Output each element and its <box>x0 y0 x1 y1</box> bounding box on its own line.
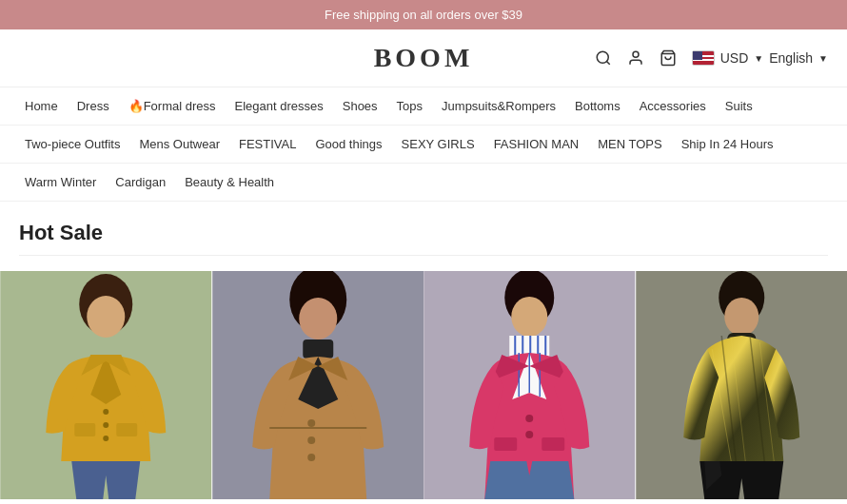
nav-item-mens-outwear[interactable]: Mens Outwear <box>129 133 229 155</box>
nav-item-bottoms[interactable]: Bottoms <box>565 95 630 117</box>
product-grid <box>0 271 847 499</box>
language-chevron-icon: ▼ <box>818 53 828 64</box>
nav-item-ship-24[interactable]: Ship In 24 Hours <box>672 133 783 155</box>
nav-item-accessories[interactable]: Accessories <box>630 95 716 117</box>
logo[interactable]: BOOM <box>374 43 474 73</box>
nav-item-two-piece[interactable]: Two-piece Outfits <box>15 133 129 155</box>
svg-point-16 <box>307 419 315 427</box>
nav-item-festival[interactable]: FESTIVAL <box>229 133 305 155</box>
currency-language-selector[interactable]: USD ▼ English ▼ <box>692 50 828 66</box>
svg-point-0 <box>597 51 608 63</box>
product-image-2 <box>212 271 424 499</box>
header-icons: USD ▼ English ▼ <box>595 49 828 67</box>
section-divider <box>19 255 828 256</box>
search-icon[interactable] <box>595 49 612 67</box>
svg-point-22 <box>511 297 547 337</box>
svg-point-7 <box>103 409 108 415</box>
nav-row-3: Warm Winter Cardigan Beauty & Health <box>0 164 847 202</box>
nav-item-jumpsuits[interactable]: Jumpsuits&Rompers <box>432 95 565 117</box>
nav-row-1: Home Dress 🔥Formal dress Elegant dresses… <box>0 87 847 126</box>
svg-point-2 <box>633 51 639 57</box>
svg-point-33 <box>525 431 533 438</box>
nav-item-tops[interactable]: Tops <box>387 95 432 117</box>
nav-item-dress[interactable]: Dress <box>68 95 119 117</box>
nav-item-formal-dress[interactable]: 🔥Formal dress <box>119 95 226 117</box>
announcement-text: Free shipping on all orders over $39 <box>325 8 522 22</box>
svg-rect-10 <box>74 423 95 436</box>
svg-point-32 <box>525 415 533 422</box>
product-card-1[interactable] <box>0 271 212 499</box>
product-card-4[interactable] <box>636 271 848 499</box>
currency-chevron-icon: ▼ <box>754 53 763 64</box>
svg-rect-35 <box>542 437 564 451</box>
language-label: English <box>769 50 813 66</box>
product-image-3 <box>424 271 636 499</box>
cart-icon[interactable] <box>660 49 677 67</box>
section-title: Hot Sale <box>0 202 847 255</box>
nav-item-elegant-dresses[interactable]: Elegant dresses <box>226 95 333 117</box>
nav-item-sexy-girls[interactable]: SEXY GIRLS <box>392 133 484 155</box>
nav-item-home[interactable]: Home <box>15 95 68 117</box>
product-card-2[interactable] <box>212 271 424 499</box>
nav-item-fashion-man[interactable]: FASHION MAN <box>484 133 589 155</box>
svg-rect-15 <box>303 339 333 359</box>
svg-point-18 <box>307 454 315 461</box>
nav-row-2: Two-piece Outfits Mens Outwear FESTIVAL … <box>0 126 847 164</box>
product-card-3[interactable] <box>424 271 636 499</box>
header: BOOM USD ▼ English ▼ <box>0 29 847 87</box>
svg-point-6 <box>87 296 125 338</box>
svg-point-17 <box>307 436 315 444</box>
svg-rect-34 <box>494 437 517 451</box>
product-image-4 <box>636 271 848 499</box>
nav-item-suits[interactable]: Suits <box>716 95 762 117</box>
svg-line-1 <box>606 61 609 64</box>
announcement-bar: Free shipping on all orders over $39 <box>0 0 847 29</box>
svg-rect-11 <box>116 423 137 436</box>
nav-item-warm-winter[interactable]: Warm Winter <box>15 171 106 193</box>
nav-item-cardigan[interactable]: Cardigan <box>106 171 175 193</box>
account-icon[interactable] <box>627 49 644 67</box>
svg-point-38 <box>724 298 758 336</box>
nav-item-men-tops[interactable]: MEN TOPS <box>588 133 671 155</box>
svg-point-9 <box>103 436 108 441</box>
svg-point-14 <box>299 298 337 339</box>
currency-label: USD <box>720 50 749 66</box>
nav-item-shoes[interactable]: Shoes <box>333 95 387 117</box>
nav-item-beauty-health[interactable]: Beauty & Health <box>175 171 284 193</box>
svg-point-8 <box>103 422 108 428</box>
fire-icon: 🔥 <box>128 99 144 113</box>
flag-icon <box>692 50 715 66</box>
product-image-1 <box>0 271 212 499</box>
nav-item-good-things[interactable]: Good things <box>305 133 391 155</box>
